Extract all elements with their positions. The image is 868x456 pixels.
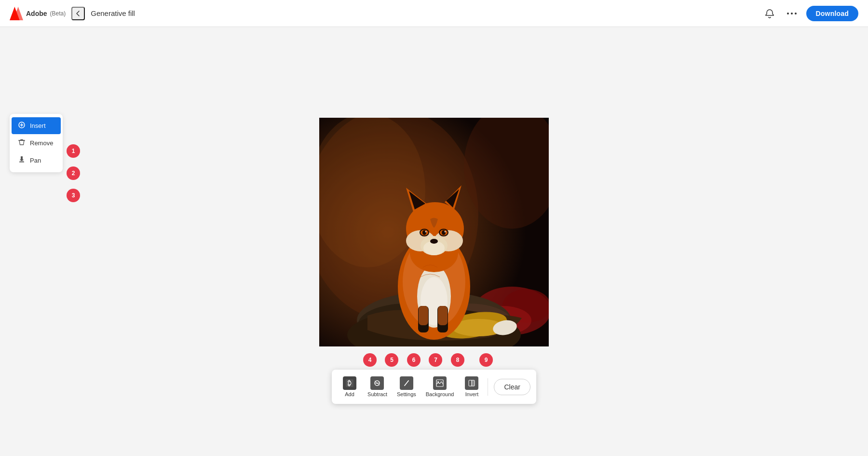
adobe-logo-icon	[10, 7, 23, 20]
svg-point-2	[787, 13, 789, 14]
svg-point-45	[445, 231, 446, 232]
toolbar-badges-group: 4 5 6 7 8	[363, 353, 464, 367]
invert-label: Invert	[465, 391, 479, 397]
main-content: Insert Remove	[0, 27, 868, 456]
bottom-toolbar-container: 4 5 6 7 8 9	[332, 353, 536, 404]
page-title: Generative fill	[91, 9, 135, 17]
badge-7: 7	[429, 353, 443, 367]
invert-icon	[465, 376, 478, 390]
svg-point-55	[437, 381, 439, 383]
image-canvas	[319, 118, 549, 346]
invert-tool-button[interactable]: Invert	[460, 373, 484, 400]
badge-5: 5	[385, 353, 399, 367]
toolbar-badge-row: 4 5 6 7 8 9	[360, 353, 508, 367]
tools-panel: Insert Remove	[10, 114, 63, 172]
svg-point-3	[791, 13, 793, 14]
selection-toolbar: Add Subtract	[332, 370, 536, 404]
badge-1: 1	[67, 144, 80, 158]
notifications-button[interactable]	[762, 6, 777, 21]
adobe-logo: Adobe (Beta)	[10, 7, 66, 20]
subtract-tool-icon	[373, 379, 382, 387]
subtract-tool-button[interactable]: Subtract	[364, 373, 391, 400]
remove-label: Remove	[30, 139, 53, 147]
remove-icon	[17, 138, 26, 148]
settings-icon	[400, 376, 413, 390]
remove-tool-icon	[18, 138, 26, 146]
pan-icon	[17, 156, 26, 165]
insert-tool[interactable]: Insert	[12, 117, 61, 134]
badge-3: 3	[67, 189, 80, 202]
pan-label: Pan	[30, 157, 41, 164]
more-options-icon	[787, 12, 797, 15]
toolbar-divider	[488, 378, 488, 396]
badge-6: 6	[407, 353, 420, 367]
subtract-label: Subtract	[367, 391, 387, 397]
clear-button[interactable]: Clear	[494, 379, 530, 395]
svg-point-42	[422, 230, 426, 235]
fox-illustration	[319, 118, 549, 346]
svg-rect-58	[472, 380, 475, 386]
background-icon	[433, 376, 447, 390]
settings-label: Settings	[397, 391, 416, 397]
svg-point-4	[795, 13, 797, 14]
svg-point-43	[442, 230, 446, 235]
add-icon	[343, 376, 356, 390]
add-tool-button[interactable]: Add	[338, 373, 362, 400]
download-button[interactable]: Download	[806, 6, 858, 21]
settings-tool-button[interactable]: Settings	[393, 373, 420, 400]
more-options-button[interactable]	[784, 6, 800, 21]
header-left: Adobe (Beta) Generative fill	[10, 7, 135, 20]
insert-tool-icon	[18, 121, 26, 129]
insert-icon	[17, 121, 26, 130]
badge-8: 8	[451, 353, 464, 367]
toolbar-clear-badge-area: 9	[464, 353, 508, 367]
add-label: Add	[345, 391, 354, 397]
clear-button-container: Clear	[494, 379, 530, 395]
app-name: Adobe	[26, 10, 47, 17]
svg-point-44	[425, 231, 427, 232]
header-right: Download	[762, 6, 858, 21]
background-tool-button[interactable]: Background	[422, 373, 458, 400]
pan-tool[interactable]: Pan	[12, 152, 61, 169]
canvas-area: Insert Remove	[0, 27, 868, 456]
settings-tool-icon	[402, 379, 411, 387]
svg-rect-26	[438, 306, 448, 325]
remove-tool[interactable]: Remove	[12, 135, 61, 152]
fox-image	[319, 118, 549, 346]
background-label: Background	[426, 391, 454, 397]
badge-9: 9	[479, 353, 493, 367]
notifications-icon	[765, 9, 774, 18]
svg-rect-25	[419, 306, 428, 325]
left-panel-badges: 1 2 3	[67, 144, 80, 202]
back-button[interactable]	[71, 7, 85, 20]
svg-point-37	[430, 239, 438, 244]
background-tool-icon	[435, 379, 444, 387]
badge-4: 4	[363, 353, 377, 367]
badge-2: 2	[67, 166, 80, 180]
pan-tool-icon	[18, 156, 26, 164]
back-icon	[75, 10, 81, 17]
subtract-icon	[371, 376, 384, 390]
beta-label: (Beta)	[50, 10, 66, 17]
invert-tool-icon	[467, 379, 476, 387]
add-tool-icon	[345, 379, 354, 387]
header: Adobe (Beta) Generative fill Download	[0, 0, 868, 27]
insert-label: Insert	[30, 122, 46, 129]
